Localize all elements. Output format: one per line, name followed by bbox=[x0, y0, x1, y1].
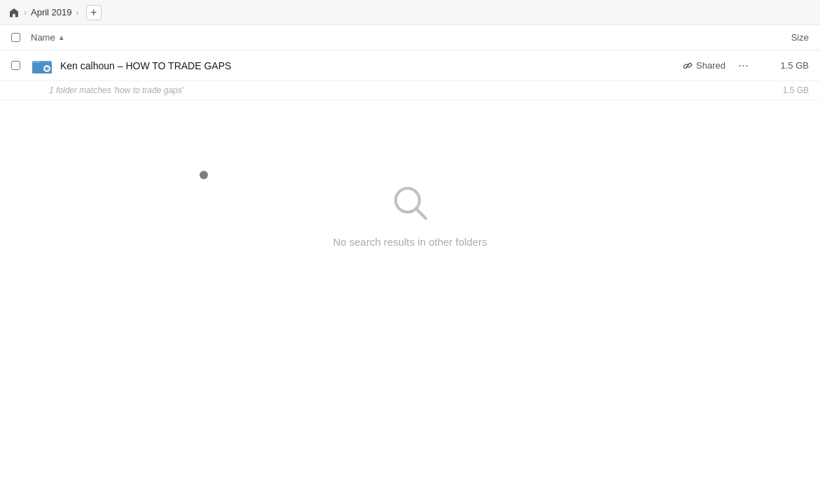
empty-search-icon bbox=[391, 184, 429, 225]
match-info-row: 1 folder matches 'how to trade gaps' 1.5… bbox=[0, 81, 820, 100]
breadcrumb-chevron-2: › bbox=[76, 8, 79, 18]
match-text: 1 folder matches 'how to trade gaps' bbox=[49, 85, 753, 95]
empty-state-message: No search results in other folders bbox=[333, 236, 487, 248]
file-name-label[interactable]: Ken calhoun – HOW TO TRADE GAPS bbox=[60, 60, 683, 71]
svg-line-4 bbox=[416, 209, 426, 218]
breadcrumb-april-2019[interactable]: April 2019 bbox=[31, 7, 72, 18]
column-header: Name ▲ Size bbox=[0, 25, 820, 50]
row-checkbox-area bbox=[11, 61, 31, 70]
file-row[interactable]: Ken calhoun – HOW TO TRADE GAPS Shared ·… bbox=[0, 50, 820, 81]
name-column-label: Name bbox=[31, 32, 55, 43]
shared-badge[interactable]: Shared bbox=[683, 60, 725, 71]
size-column-header[interactable]: Size bbox=[753, 32, 809, 43]
folder-icon bbox=[31, 55, 53, 77]
add-tab-button[interactable]: + bbox=[86, 5, 102, 20]
select-all-checkbox[interactable] bbox=[11, 33, 20, 42]
shared-label: Shared bbox=[696, 60, 725, 71]
match-size: 1.5 GB bbox=[753, 85, 809, 95]
header-checkbox-area bbox=[11, 33, 31, 42]
name-column-header[interactable]: Name ▲ bbox=[31, 32, 753, 43]
file-actions: Shared ··· bbox=[683, 57, 753, 74]
file-size: 1.5 GB bbox=[753, 60, 809, 71]
link-icon bbox=[683, 61, 693, 71]
row-checkbox[interactable] bbox=[11, 61, 20, 70]
breadcrumb-chevron-1: › bbox=[24, 8, 27, 18]
empty-state: No search results in other folders bbox=[0, 100, 820, 248]
home-button[interactable] bbox=[8, 7, 20, 18]
more-options-button[interactable]: ··· bbox=[734, 57, 753, 74]
sort-arrow-icon: ▲ bbox=[58, 34, 65, 41]
folder-svg-icon bbox=[32, 58, 52, 74]
breadcrumb-bar: › April 2019 › + bbox=[0, 0, 820, 25]
search-empty-icon bbox=[391, 184, 429, 222]
home-icon bbox=[8, 7, 20, 18]
